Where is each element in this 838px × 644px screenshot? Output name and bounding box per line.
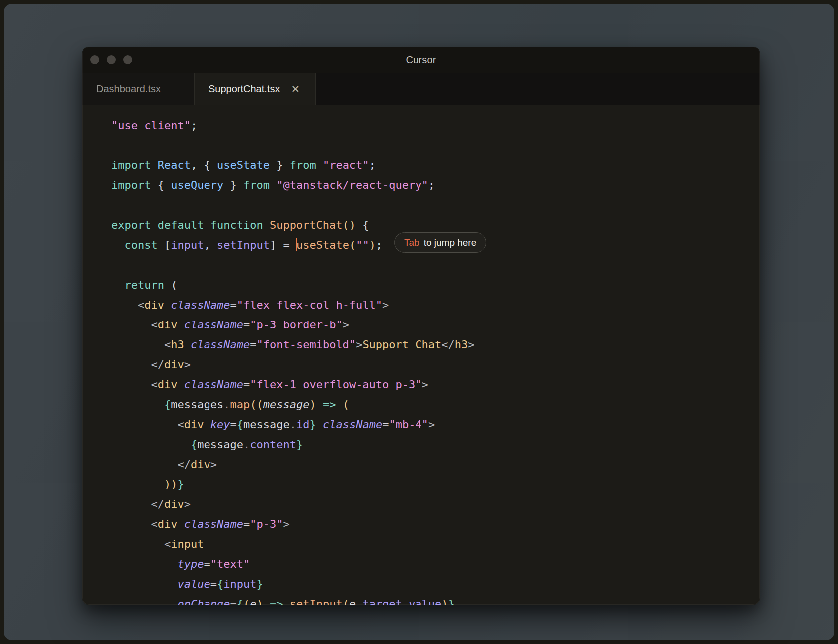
code-line: value={input} xyxy=(111,574,760,594)
window-titlebar[interactable]: Cursor xyxy=(82,47,760,73)
tab-supportchat[interactable]: SupportChat.tsx ✕ xyxy=(195,73,316,105)
code-line: <div className="flex-1 overflow-auto p-3… xyxy=(111,375,760,395)
tab-bar-filler xyxy=(316,73,760,105)
code-line: ))} xyxy=(111,475,760,494)
tab-label: SupportChat.tsx xyxy=(209,83,280,95)
tab-label: Dashboard.tsx xyxy=(96,83,161,95)
code-line: <div className="p-3 border-b"> xyxy=(111,315,760,335)
code-content: "use client";import React, { useState } … xyxy=(82,105,760,605)
close-tab-icon[interactable]: ✕ xyxy=(291,84,300,94)
window-title: Cursor xyxy=(82,54,760,66)
code-line: onChange={(e) => setInput(e.target.value… xyxy=(111,594,760,605)
code-line: <input xyxy=(111,534,760,554)
desktop-background: Cursor Dashboard.tsx SupportChat.tsx ✕ "… xyxy=(0,0,838,644)
code-line: <div className="p-3"> xyxy=(111,514,760,534)
code-editor[interactable]: "use client";import React, { useState } … xyxy=(82,105,760,605)
code-line xyxy=(111,195,760,215)
code-line xyxy=(111,255,760,275)
code-line: {messages.map((message) => ( xyxy=(111,395,760,415)
code-line: {message.content} xyxy=(111,435,760,455)
tab-key-label: Tab xyxy=(404,237,419,248)
close-window-button[interactable] xyxy=(90,55,99,64)
tab-jump-hint-text: to jump here xyxy=(424,237,477,248)
tab-jump-hint: Tab to jump here xyxy=(394,232,486,253)
code-line: </div> xyxy=(111,355,760,375)
code-line: return ( xyxy=(111,275,760,295)
code-line: <div key={message.id} className="mb-4"> xyxy=(111,415,760,435)
zoom-window-button[interactable] xyxy=(123,55,132,64)
traffic-lights xyxy=(90,47,132,73)
code-line: import React, { useState } from "react"; xyxy=(111,156,760,175)
code-line: <div className="flex flex-col h-full"> xyxy=(111,295,760,315)
cursor-window: Cursor Dashboard.tsx SupportChat.tsx ✕ "… xyxy=(82,47,760,605)
code-line: import { useQuery } from "@tanstack/reac… xyxy=(111,175,760,195)
code-line: "use client"; xyxy=(111,116,760,136)
code-line xyxy=(111,136,760,156)
code-line: </div> xyxy=(111,455,760,475)
editor-tab-bar: Dashboard.tsx SupportChat.tsx ✕ xyxy=(82,73,760,105)
code-line: <h3 className="font-semibold">Support Ch… xyxy=(111,335,760,355)
tab-dashboard[interactable]: Dashboard.tsx xyxy=(82,73,195,105)
code-line: type="text" xyxy=(111,554,760,574)
code-line: </div> xyxy=(111,494,760,514)
minimize-window-button[interactable] xyxy=(107,55,116,64)
